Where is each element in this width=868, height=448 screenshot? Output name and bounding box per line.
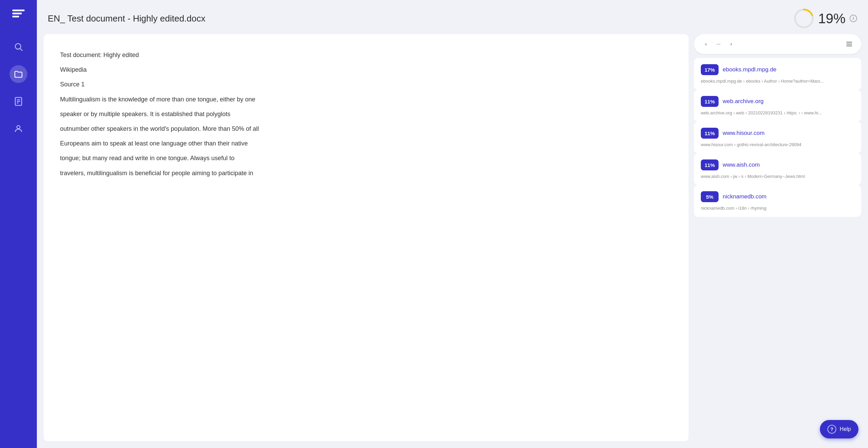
- help-circle-icon: ?: [827, 425, 836, 434]
- source-card[interactable]: 11%www.aish.comwww.aish.com › jw › s › M…: [694, 153, 861, 185]
- main-content: EN_ Test document - Highly edited.docx 1…: [37, 0, 868, 448]
- right-panel: ‹ -- › 17%ebooks.mpdl.mpg.deebooks.mpdl.…: [694, 34, 861, 441]
- sidebar-item-folder[interactable]: [10, 65, 27, 83]
- document-line: tongue; but many read and write in one t…: [60, 151, 672, 166]
- document-title: EN_ Test document - Highly edited.docx: [48, 13, 205, 24]
- document-panel: Test document: Highly editedWikipediaSou…: [44, 34, 689, 441]
- prev-button[interactable]: ‹: [699, 38, 712, 51]
- sidebar: [0, 0, 37, 448]
- sources-list: 17%ebooks.mpdl.mpg.deebooks.mpdl.mpg.de …: [694, 58, 861, 217]
- logo-line-3: [12, 16, 19, 17]
- source-path: www.hisour.com › gothic-revival-architec…: [701, 142, 854, 147]
- page-indicator: --: [715, 41, 722, 48]
- progress-ring: [794, 8, 814, 29]
- source-percentage-badge: 17%: [701, 64, 719, 75]
- source-url[interactable]: web.archive.org: [723, 98, 764, 105]
- svg-point-0: [15, 44, 21, 49]
- svg-line-1: [20, 48, 22, 51]
- document-line: Multilingualism is the knowledge of more…: [60, 92, 672, 107]
- source-percentage-badge: 5%: [701, 191, 719, 202]
- source-url[interactable]: ebooks.mpdl.mpg.de: [723, 66, 777, 73]
- progress-area: 19% i: [794, 8, 857, 29]
- document-line: travelers, multilingualism is beneficial…: [60, 166, 672, 181]
- source-path: web.archive.org › web › 20210228193231 ›…: [701, 110, 854, 115]
- document-line: outnumber other speakers in the world's …: [60, 122, 672, 136]
- info-icon[interactable]: i: [850, 15, 857, 22]
- source-path: nicknamedb.com › i18n › rhyming: [701, 206, 854, 211]
- source-card[interactable]: 5%nicknamedb.comnicknamedb.com › i18n › …: [694, 185, 861, 217]
- source-path: ebooks.mpdl.mpg.de › ebooks › Author › H…: [701, 79, 854, 84]
- source-percentage-badge: 11%: [701, 96, 719, 107]
- sidebar-item-document[interactable]: [10, 93, 27, 110]
- header: EN_ Test document - Highly edited.docx 1…: [37, 0, 868, 34]
- document-line: speaker or by multiple speakers. It is e…: [60, 107, 672, 122]
- logo[interactable]: [11, 8, 26, 19]
- source-url[interactable]: www.aish.com: [723, 162, 760, 168]
- source-percentage-badge: 11%: [701, 159, 719, 170]
- document-line: Wikipedia: [60, 62, 672, 77]
- sidebar-item-user[interactable]: [10, 120, 27, 138]
- sidebar-item-search[interactable]: [10, 38, 27, 56]
- source-path: www.aish.com › jw › s › Modern-Germany--…: [701, 174, 854, 179]
- svg-point-6: [17, 126, 20, 129]
- source-url[interactable]: www.hisour.com: [723, 130, 765, 137]
- content-area: Test document: Highly editedWikipediaSou…: [37, 34, 868, 448]
- source-url[interactable]: nicknamedb.com: [723, 193, 767, 200]
- source-card[interactable]: 17%ebooks.mpdl.mpg.deebooks.mpdl.mpg.de …: [694, 58, 861, 90]
- logo-line-1: [12, 10, 25, 11]
- menu-button[interactable]: [843, 38, 856, 51]
- progress-percentage: 19%: [818, 11, 845, 26]
- help-label: Help: [840, 426, 851, 432]
- sidebar-nav: [10, 38, 27, 138]
- help-button[interactable]: ? Help: [820, 420, 858, 438]
- document-text: Test document: Highly editedWikipediaSou…: [60, 48, 672, 181]
- document-line: Source 1: [60, 77, 672, 92]
- source-card[interactable]: 11%www.hisour.comwww.hisour.com › gothic…: [694, 122, 861, 153]
- pagination-nav: ‹ -- ›: [694, 34, 861, 54]
- document-line: Test document: Highly edited: [60, 48, 672, 62]
- source-percentage-badge: 11%: [701, 128, 719, 139]
- next-button[interactable]: ›: [725, 38, 738, 51]
- logo-line-2: [12, 13, 22, 14]
- document-line: Europeans aim to speak at least one lang…: [60, 136, 672, 151]
- source-card[interactable]: 11%web.archive.orgweb.archive.org › web …: [694, 90, 861, 122]
